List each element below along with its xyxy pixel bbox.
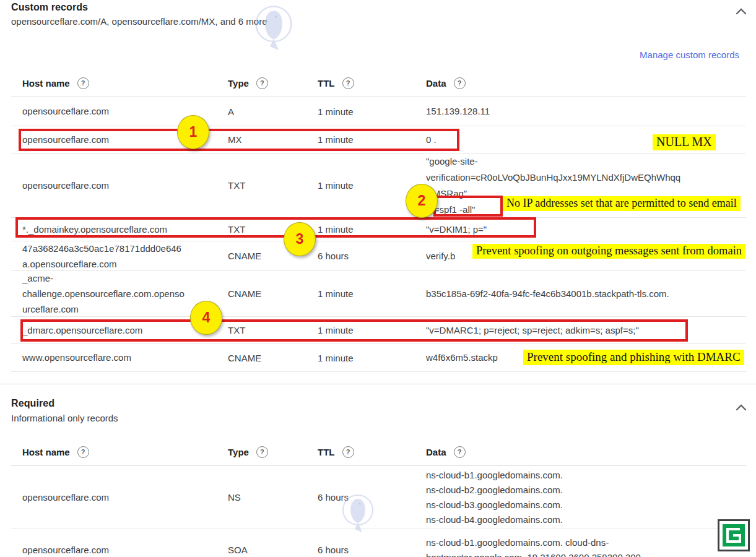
manage-custom-records-link[interactable]: Manage custom records (640, 50, 739, 60)
dns-records-page: Custom records opensourceflare.com/A, op… (0, 0, 756, 557)
section-divider (0, 384, 756, 384)
host-name: www.opensourceflare.com (22, 350, 228, 366)
host-name: opensourceflare.com (22, 178, 228, 194)
required-subtitle: Informational only records (11, 413, 118, 423)
host-name: a.opensourceflare.com (22, 256, 228, 272)
annotation-label-null-mx: NULL MX (653, 134, 716, 150)
record-ttl: 1 minute (318, 325, 426, 335)
help-icon[interactable]: ? (77, 77, 89, 89)
record-data: hostmaster.google.com. 19 21600 3600 259… (426, 550, 746, 557)
table-row: *._domainkey.opensourceflare.com TXT 1 m… (11, 218, 746, 241)
help-icon[interactable]: ? (256, 446, 268, 458)
record-data: b35c185a-69f2-40fa-94fc-fe4c6b34001b.sta… (426, 286, 746, 302)
record-ttl: 1 minute (318, 288, 426, 299)
annotation-label-dmarc: Prevent spoofing and phishing with DMARC (523, 350, 744, 365)
host-name: 47a368246a3c50ac1e78171ddd0e646 (22, 241, 228, 256)
record-data: 151.139.128.11 (426, 103, 746, 119)
col-host-name: Host name (22, 447, 70, 457)
help-icon[interactable]: ? (342, 77, 354, 89)
help-icon[interactable]: ? (77, 446, 89, 458)
host-name: *._domainkey.opensourceflare.com (22, 222, 228, 238)
col-ttl: TTL (318, 447, 335, 457)
penguin-watermark-icon (251, 5, 296, 53)
record-data: "v=DKIM1; p=" (426, 222, 746, 238)
table-row: opensourceflare.com NS 6 hours ns-cloud-… (11, 466, 746, 529)
record-ttl: 1 minute (318, 134, 426, 145)
table-row: opensourceflare.com SOA 6 hours ns-cloud… (11, 529, 746, 557)
custom-records-title: Custom records (11, 2, 88, 13)
annotation-label-spf: No IP addresses set that are permitted t… (503, 196, 741, 211)
annotation-marker-3: 3 (284, 222, 316, 256)
table-row: _dmarc.opensourceflare.com TXT 1 minute … (11, 317, 746, 344)
help-icon[interactable]: ? (454, 77, 466, 89)
record-type: TXT (228, 180, 318, 191)
record-data: "v=DMARC1; p=reject; sp=reject; adkim=s;… (426, 322, 746, 339)
record-ttl: 6 hours (318, 492, 426, 503)
greenshot-icon[interactable] (718, 519, 750, 551)
record-type: TXT (228, 325, 318, 335)
record-ttl: 1 minute (318, 106, 426, 117)
help-icon[interactable]: ? (342, 446, 354, 458)
table-row: opensourceflare.com MX 1 minute 0 . (11, 126, 746, 153)
record-ttl: 1 minute (318, 353, 426, 363)
record-ttl: 6 hours (318, 251, 426, 261)
collapse-custom-chevron-up-icon[interactable] (736, 7, 747, 15)
record-type: NS (228, 492, 318, 503)
host-name: _acme- (22, 270, 228, 286)
record-type: A (228, 106, 318, 117)
record-data: ns-cloud-b1.googledomains.com. cloud-dns… (426, 535, 746, 550)
annotation-marker-1: 1 (177, 115, 209, 149)
collapse-required-chevron-up-icon[interactable] (736, 404, 747, 411)
annotation-label-dkim: Prevent spoofing on outgoing messages se… (472, 244, 745, 259)
col-host-name: Host name (22, 78, 70, 89)
help-icon[interactable]: ? (454, 446, 466, 458)
col-type: Type (228, 78, 249, 89)
required-records-table: Host name? Type? TTL? Data? opensourcefl… (11, 438, 746, 557)
annotation-marker-4: 4 (190, 301, 222, 335)
table-row: opensourceflare.com A 1 minute 151.139.1… (11, 97, 746, 126)
record-data: verification=cR0oLVoQbJBunHqJxx19MYLNdXf… (426, 170, 746, 186)
table-header-row: Host name? Type? TTL? Data? (11, 438, 746, 466)
record-data: "google-site- (426, 153, 746, 170)
required-title: Required (11, 398, 54, 409)
record-type: CNAME (228, 288, 318, 299)
table-row: _acme- challenge.opensourceflare.com.ope… (11, 271, 746, 317)
record-type: SOA (228, 545, 318, 555)
col-type: Type (228, 447, 249, 457)
custom-records-subtitle: opensourceflare.com/A, opensourceflare.c… (11, 16, 267, 27)
annotation-marker-2: 2 (406, 184, 438, 218)
host-name: opensourceflare.com (22, 490, 228, 505)
custom-records-table: Host name? Type? TTL? Data? opensourcefl… (11, 69, 746, 372)
record-data: ns-cloud-b4.googledomains.com. (426, 512, 746, 527)
table-header-row: Host name? Type? TTL? Data? (11, 69, 746, 97)
host-name: challenge.opensourceflare.com.openso (22, 286, 228, 301)
col-data: Data (426, 78, 446, 89)
record-ttl: 1 minute (318, 224, 426, 235)
record-type: MX (228, 134, 318, 145)
help-icon[interactable]: ? (256, 77, 268, 89)
col-ttl: TTL (318, 78, 335, 89)
host-name: opensourceflare.com (22, 543, 228, 557)
record-data: ns-cloud-b1.googledomains.com. (426, 468, 746, 483)
record-data: ns-cloud-b3.googledomains.com. (426, 498, 746, 512)
record-data: ns-cloud-b2.googledomains.com. (426, 483, 746, 498)
col-data: Data (426, 447, 446, 457)
record-type: CNAME (228, 353, 318, 363)
record-ttl: 6 hours (318, 545, 426, 555)
